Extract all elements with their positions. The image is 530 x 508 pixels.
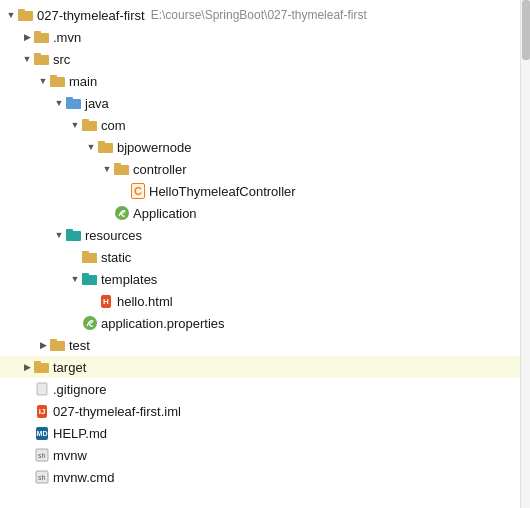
tree-item-hello.html[interactable]: Hhello.html xyxy=(0,290,520,312)
tree-item-label: mvnw.cmd xyxy=(53,470,114,485)
tree-item-label: com xyxy=(101,118,126,133)
tree-item-controller[interactable]: ▼controller xyxy=(0,158,520,180)
tree-item-label: test xyxy=(69,338,90,353)
tree-item-label: 027-thymeleaf-first.iml xyxy=(53,404,181,419)
collapse-arrow[interactable]: ▼ xyxy=(52,96,66,110)
tree-item-label: Application xyxy=(133,206,197,221)
tree-item-templates[interactable]: ▼templates xyxy=(0,268,520,290)
expand-arrow[interactable]: ▶ xyxy=(36,338,50,352)
tree-item-application.properties[interactable]: application.properties xyxy=(0,312,520,334)
tree-item-label: application.properties xyxy=(101,316,225,331)
svg-text:sh: sh xyxy=(38,474,46,481)
tree-item-mvnw.cmd[interactable]: shmvnw.cmd xyxy=(0,466,520,488)
html-file-icon: H xyxy=(98,293,114,309)
svg-rect-18 xyxy=(66,229,73,233)
folder-icon xyxy=(82,249,98,265)
expand-arrow[interactable]: ▶ xyxy=(20,30,34,44)
tree-item-label: 027-thymeleaf-first xyxy=(37,8,145,23)
tree-item-resources[interactable]: ▼resources xyxy=(0,224,520,246)
folder-icon xyxy=(50,73,66,89)
iml-file-icon: IJ xyxy=(34,403,50,419)
tree-item-label: HelloThymeleafController xyxy=(149,184,296,199)
tree-item-HELP.md[interactable]: MDHELP.md xyxy=(0,422,520,444)
tree-item-label: .mvn xyxy=(53,30,81,45)
collapse-arrow[interactable]: ▼ xyxy=(52,228,66,242)
tree-item-label: templates xyxy=(101,272,157,287)
folder-icon xyxy=(82,117,98,133)
tree-item-label: HELP.md xyxy=(53,426,107,441)
collapse-arrow[interactable]: ▼ xyxy=(68,118,82,132)
svg-rect-5 xyxy=(34,53,41,57)
tree-item-label: static xyxy=(101,250,131,265)
tree-item-target[interactable]: ▶target xyxy=(0,356,520,378)
mvnw-file-icon: sh xyxy=(34,447,50,463)
tree-item-label: mvnw xyxy=(53,448,87,463)
folder-icon xyxy=(34,29,50,45)
svg-rect-7 xyxy=(50,75,57,79)
spring-icon xyxy=(114,205,130,221)
scrollbar[interactable] xyxy=(520,0,530,508)
folder-icon xyxy=(114,161,130,177)
collapse-arrow[interactable]: ▼ xyxy=(4,8,18,22)
tree-item-mvnw[interactable]: shmvnw xyxy=(0,444,520,466)
java-class-icon: C xyxy=(130,183,146,199)
svg-rect-25 xyxy=(50,339,57,343)
svg-rect-3 xyxy=(34,31,41,35)
tree-item-label: target xyxy=(53,360,86,375)
tree-item-root[interactable]: ▼027-thymeleaf-firstE:\course\SpringBoot… xyxy=(0,4,520,26)
folder-icon xyxy=(50,337,66,353)
folder-icon xyxy=(18,7,34,23)
collapse-arrow[interactable]: ▼ xyxy=(84,140,98,154)
tree-item-path: E:\course\SpringBoot\027-thymeleaf-first xyxy=(151,8,367,22)
collapse-arrow[interactable]: ▼ xyxy=(100,162,114,176)
tree-item-main[interactable]: ▼main xyxy=(0,70,520,92)
svg-rect-27 xyxy=(34,361,41,365)
folder-blue-icon xyxy=(66,95,82,111)
tree-item-label: controller xyxy=(133,162,186,177)
tree-item-java[interactable]: ▼java xyxy=(0,92,520,114)
tree-item-HelloThymeleafController[interactable]: CHelloThymeleafController xyxy=(0,180,520,202)
scroll-thumb[interactable] xyxy=(522,0,530,60)
tree-item-.gitignore[interactable]: .gitignore xyxy=(0,378,520,400)
svg-rect-28 xyxy=(37,383,47,395)
folder-icon xyxy=(34,51,50,67)
spring-icon xyxy=(82,315,98,331)
tree-item-static[interactable]: static xyxy=(0,246,520,268)
svg-rect-20 xyxy=(82,251,89,255)
collapse-arrow[interactable]: ▼ xyxy=(68,272,82,286)
tree-item-label: main xyxy=(69,74,97,89)
folder-icon xyxy=(98,139,114,155)
tree-item-src[interactable]: ▼src xyxy=(0,48,520,70)
tree-item-com[interactable]: ▼com xyxy=(0,114,520,136)
generic-file-icon xyxy=(34,381,50,397)
collapse-arrow[interactable]: ▼ xyxy=(36,74,50,88)
md-file-icon: MD xyxy=(34,425,50,441)
tree-item-label: bjpowernode xyxy=(117,140,191,155)
tree-item-bjpowernode[interactable]: ▼bjpowernode xyxy=(0,136,520,158)
svg-rect-22 xyxy=(82,273,89,277)
tree-item-label: .gitignore xyxy=(53,382,106,397)
tree-item-027-thymeleaf-first.iml[interactable]: IJ027-thymeleaf-first.iml xyxy=(0,400,520,422)
tree-item-Application[interactable]: Application xyxy=(0,202,520,224)
tree-item-label: resources xyxy=(85,228,142,243)
expand-arrow[interactable]: ▶ xyxy=(20,360,34,374)
folder-icon xyxy=(34,359,50,375)
file-tree-panel: ▼027-thymeleaf-firstE:\course\SpringBoot… xyxy=(0,0,520,508)
svg-rect-1 xyxy=(18,9,25,13)
tree-item-label: hello.html xyxy=(117,294,173,309)
folder-teal-icon xyxy=(66,227,82,243)
svg-rect-15 xyxy=(114,163,121,167)
collapse-arrow[interactable]: ▼ xyxy=(20,52,34,66)
folder-teal-icon xyxy=(82,271,98,287)
tree-item-label: src xyxy=(53,52,70,67)
tree-item-test[interactable]: ▶test xyxy=(0,334,520,356)
svg-rect-13 xyxy=(98,141,105,145)
svg-text:sh: sh xyxy=(38,452,46,459)
tree-item-label: java xyxy=(85,96,109,111)
svg-rect-9 xyxy=(66,97,73,101)
tree-item-mvn[interactable]: ▶.mvn xyxy=(0,26,520,48)
svg-rect-11 xyxy=(82,119,89,123)
mvnw-file-icon: sh xyxy=(34,469,50,485)
